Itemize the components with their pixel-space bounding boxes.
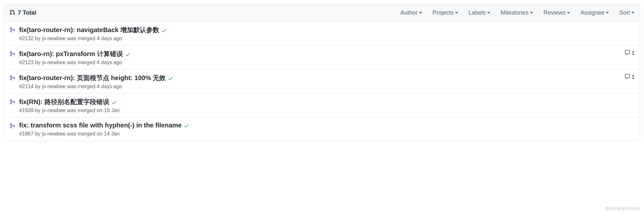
filter-label: Sort — [619, 9, 630, 16]
pr-meta: #2114 by js-newbee was merged 4 days ago — [19, 84, 635, 89]
merged-icon — [9, 125, 15, 130]
merged-icon — [9, 77, 15, 82]
check-icon[interactable] — [111, 101, 117, 106]
pr-title-row: fix(taro-rn): pxTransform 计算错误1 — [19, 50, 635, 58]
pr-title-link[interactable]: fix(taro-router-rn): navigateBack 增加默认参数 — [19, 26, 159, 33]
pr-content: fix(taro-rn): pxTransform 计算错误1#2123 by … — [19, 50, 635, 65]
pr-title-main: fix(taro-router-rn): 页面根节点 height: 100% … — [19, 74, 619, 82]
pr-title-row: fix(taro-router-rn): 页面根节点 height: 100% … — [19, 74, 635, 82]
pr-meta: #2123 by js-newbee was merged 4 days ago — [19, 60, 635, 65]
filter-projects[interactable]: Projects — [433, 9, 458, 16]
filter-label: Labels — [469, 9, 486, 16]
pr-list: fix(taro-router-rn): navigateBack 增加默认参数… — [4, 22, 640, 141]
check-icon[interactable] — [161, 29, 167, 34]
check-icon[interactable] — [184, 125, 189, 130]
pull-request-icon — [9, 9, 15, 16]
pr-state-icon-column — [9, 122, 19, 137]
pr-row: fix(RN): 路径别名配置字段错误#1939 by js-newbee wa… — [4, 94, 640, 118]
pr-title-row: fix(RN): 路径别名配置字段错误 — [19, 98, 635, 106]
caret-down-icon — [455, 12, 458, 14]
check-icon[interactable] — [168, 77, 173, 82]
pr-title-main: fix(taro-rn): pxTransform 计算错误 — [19, 50, 619, 58]
filter-reviews[interactable]: Reviews — [543, 9, 570, 16]
total-count: 7 Total — [18, 9, 36, 16]
pr-list-container: 7 Total AuthorProjectsLabelsMilestonesRe… — [4, 4, 640, 141]
filter-milestones[interactable]: Milestones — [501, 9, 533, 16]
merged-icon — [9, 29, 15, 34]
filter-label: Projects — [433, 9, 454, 16]
caret-down-icon — [487, 12, 490, 14]
caret-down-icon — [631, 12, 635, 14]
pr-content: fix(taro-router-rn): navigateBack 增加默认参数… — [19, 26, 635, 42]
pr-state-icon-column — [9, 26, 19, 42]
merged-icon — [9, 101, 15, 106]
pr-comments-count: 1 — [632, 50, 635, 56]
pr-title-link[interactable]: fix: transform scss file with hyphen(-) … — [19, 122, 182, 129]
filter-author[interactable]: Author — [400, 9, 422, 16]
comment-icon — [625, 50, 630, 57]
filter-label: Assignee — [580, 9, 604, 16]
pr-comments-count: 1 — [632, 74, 635, 80]
pr-meta: #2132 by js-newbee was merged 4 days ago — [19, 36, 635, 42]
pr-state-icon-column — [9, 98, 19, 113]
pr-comments-link[interactable]: 1 — [619, 50, 635, 57]
pr-title-main: fix: transform scss file with hyphen(-) … — [19, 122, 635, 130]
pr-state-icon-column — [9, 74, 19, 89]
pr-content: fix: transform scss file with hyphen(-) … — [19, 122, 635, 137]
check-icon[interactable] — [125, 53, 131, 58]
header-filters: AuthorProjectsLabelsMilestonesReviewsAss… — [400, 9, 635, 16]
pr-title-main: fix(RN): 路径别名配置字段错误 — [19, 98, 635, 106]
filter-label: Milestones — [501, 9, 529, 16]
pr-row: fix(taro-rn): pxTransform 计算错误1#2123 by … — [4, 46, 640, 70]
pr-title-link[interactable]: fix(taro-router-rn): 页面根节点 height: 100% … — [19, 74, 166, 81]
merged-icon — [9, 53, 15, 58]
pr-row: fix: transform scss file with hyphen(-) … — [4, 118, 640, 141]
filter-labels[interactable]: Labels — [469, 9, 490, 16]
filter-sort[interactable]: Sort — [619, 9, 635, 16]
pr-content: fix(taro-router-rn): 页面根节点 height: 100% … — [19, 74, 635, 89]
pr-meta: #1867 by js-newbee was merged on 14 Jan — [19, 131, 635, 137]
comment-icon — [625, 74, 630, 81]
header-left: 7 Total — [9, 9, 400, 16]
caret-down-icon — [606, 12, 609, 14]
pr-title-row: fix(taro-router-rn): navigateBack 增加默认参数 — [19, 26, 635, 34]
caret-down-icon — [419, 12, 422, 14]
caret-down-icon — [567, 12, 570, 14]
pr-meta: #1939 by js-newbee was merged on 19 Jan — [19, 108, 635, 113]
pr-comments-link[interactable]: 1 — [619, 74, 635, 81]
list-header: 7 Total AuthorProjectsLabelsMilestonesRe… — [4, 4, 640, 22]
pr-title-row: fix: transform scss file with hyphen(-) … — [19, 122, 635, 130]
pr-title-main: fix(taro-router-rn): navigateBack 增加默认参数 — [19, 26, 635, 34]
filter-label: Reviews — [543, 9, 566, 16]
filter-assignee[interactable]: Assignee — [580, 9, 609, 16]
filter-label: Author — [400, 9, 418, 16]
pr-title-link[interactable]: fix(RN): 路径别名配置字段错误 — [19, 98, 109, 105]
pr-content: fix(RN): 路径别名配置字段错误#1939 by js-newbee wa… — [19, 98, 635, 113]
pr-row: fix(taro-router-rn): navigateBack 增加默认参数… — [4, 22, 640, 46]
pr-row: fix(taro-router-rn): 页面根节点 height: 100% … — [4, 70, 640, 94]
pr-state-icon-column — [9, 50, 19, 65]
pr-title-link[interactable]: fix(taro-rn): pxTransform 计算错误 — [19, 50, 123, 57]
caret-down-icon — [530, 12, 533, 14]
